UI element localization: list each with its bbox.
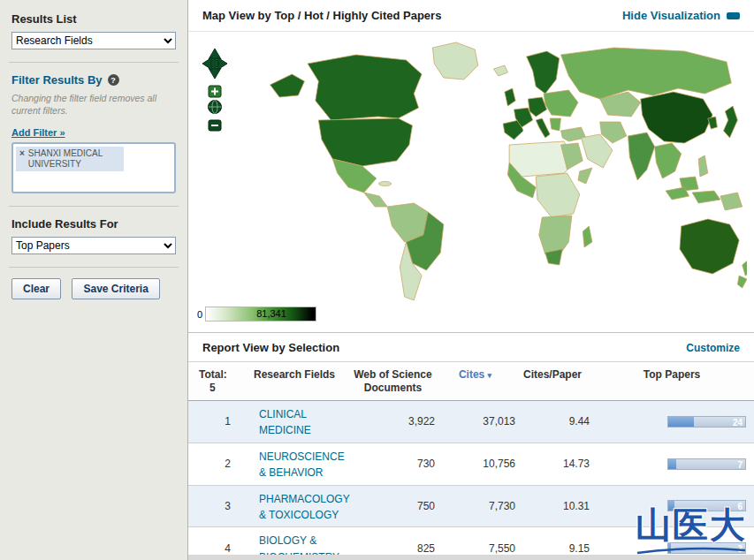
research-field-link[interactable]: CLINICAL MEDICINE bbox=[259, 408, 311, 436]
help-icon[interactable]: ? bbox=[108, 74, 119, 86]
map-view-header: Map View by Top / Hot / Highly Cited Pap… bbox=[188, 0, 754, 32]
research-fields-header: Research Fields bbox=[238, 368, 351, 382]
cites-cell: 7,550 bbox=[435, 542, 515, 555]
docs-cell: 730 bbox=[351, 458, 435, 470]
top-papers-cell: 3 bbox=[590, 542, 754, 554]
top-papers-bar: 7 bbox=[667, 458, 746, 470]
cites-header[interactable]: Cites ▾ bbox=[435, 368, 515, 382]
filter-results-by-label: Filter Results By bbox=[11, 73, 103, 87]
top-papers-header: Top Papers bbox=[590, 368, 754, 382]
cites-cell: 10,756 bbox=[435, 458, 515, 470]
wos-documents-header: Web of Science Documents bbox=[351, 368, 435, 395]
rank-cell: 1 bbox=[188, 415, 243, 428]
collapse-icon bbox=[727, 12, 740, 19]
pan-up-icon bbox=[209, 49, 221, 59]
docs-cell: 825 bbox=[351, 542, 435, 555]
results-list-label: Results List bbox=[11, 12, 176, 26]
remove-filter-icon[interactable]: × bbox=[19, 148, 25, 170]
sidebar-divider bbox=[9, 267, 179, 268]
table-body: 1CLINICAL MEDICINE3,92237,0139.44242NEUR… bbox=[188, 401, 754, 560]
top-papers-value: 24 bbox=[733, 417, 743, 428]
globe-button bbox=[209, 101, 222, 114]
table-row: 1CLINICAL MEDICINE3,92237,0139.4424 bbox=[188, 401, 754, 443]
map-pan-zoom-controls[interactable] bbox=[201, 48, 229, 136]
legend-max-label: 81,341 bbox=[256, 308, 286, 319]
cites-per-paper-cell: 10.31 bbox=[515, 500, 590, 512]
filter-list-box: × SHANXI MEDICAL UNIVERSITY bbox=[11, 142, 176, 193]
map-area: 0 81,341 bbox=[188, 32, 754, 332]
top-papers-bar: 3 bbox=[667, 542, 746, 554]
asia[interactable] bbox=[561, 48, 743, 210]
filter-item-label: SHANXI MEDICAL UNIVERSITY bbox=[28, 148, 120, 170]
bottom-strip bbox=[188, 555, 754, 560]
table-header-row: Total: 5 Research Fields Web of Science … bbox=[188, 361, 754, 401]
include-results-select[interactable]: Top Papers bbox=[11, 237, 176, 254]
top-papers-value: 3 bbox=[737, 543, 743, 555]
top-papers-bar: 6 bbox=[667, 500, 746, 511]
cites-per-paper-header: Cites/Paper bbox=[515, 368, 590, 382]
report-view-title: Report View by Selection bbox=[202, 341, 339, 354]
rank-cell: 3 bbox=[188, 500, 243, 512]
cites-per-paper-cell: 9.15 bbox=[515, 542, 590, 555]
docs-cell: 3,922 bbox=[351, 415, 435, 428]
filter-item[interactable]: × SHANXI MEDICAL UNIVERSITY bbox=[16, 147, 124, 171]
legend-gradient-bar: 81,341 bbox=[205, 306, 316, 322]
hide-visualization-link[interactable]: Hide Visualization bbox=[622, 9, 740, 22]
report-view-header: Report View by Selection Customize bbox=[188, 332, 754, 361]
pan-down-icon bbox=[209, 68, 221, 79]
clear-button[interactable]: Clear bbox=[11, 278, 61, 299]
top-papers-cell: 24 bbox=[590, 416, 754, 428]
app-window: Results List Research Fields Filter Resu… bbox=[0, 0, 754, 560]
map-view-title: Map View by Top / Hot / Highly Cited Pap… bbox=[202, 9, 441, 22]
zoom-out-button bbox=[209, 120, 221, 131]
world-choropleth-map[interactable] bbox=[247, 39, 747, 304]
legend-min-label: 0 bbox=[197, 309, 202, 320]
rank-cell: 4 bbox=[188, 542, 243, 555]
field-cell: PHARMACOLOGY & TOXICOLOGY bbox=[243, 490, 351, 523]
table-row: 2NEUROSCIENCE & BEHAVIOR73010,75614.737 bbox=[188, 443, 754, 486]
top-papers-value: 7 bbox=[737, 459, 743, 471]
sidebar: Results List Research Fields Filter Resu… bbox=[0, 0, 188, 560]
docs-cell: 750 bbox=[351, 500, 435, 512]
south-america[interactable] bbox=[387, 203, 444, 300]
top-papers-value: 6 bbox=[737, 501, 743, 512]
cites-per-paper-cell: 14.73 bbox=[515, 458, 590, 470]
cites-per-paper-cell: 9.44 bbox=[515, 415, 590, 428]
field-cell: CLINICAL MEDICINE bbox=[243, 405, 351, 438]
include-results-label: Include Results For bbox=[11, 217, 176, 231]
pan-control bbox=[202, 49, 227, 79]
top-papers-cell: 6 bbox=[590, 500, 754, 511]
table-row: 3PHARMACOLOGY & TOXICOLOGY7507,73010.316 bbox=[188, 486, 754, 528]
sidebar-divider bbox=[9, 62, 179, 63]
research-field-link[interactable]: NEUROSCIENCE & BEHAVIOR bbox=[259, 450, 345, 479]
total-header: Total: 5 bbox=[188, 368, 238, 395]
oceania[interactable] bbox=[680, 219, 747, 288]
cites-cell: 7,730 bbox=[435, 500, 515, 512]
main-content: Map View by Top / Hot / Highly Cited Pap… bbox=[188, 0, 754, 560]
zoom-in-button bbox=[209, 86, 221, 97]
filter-note: Changing the filter field removes all cu… bbox=[11, 92, 176, 117]
africa[interactable] bbox=[507, 141, 592, 265]
top-papers-bar: 24 bbox=[667, 416, 746, 428]
research-field-link[interactable]: PHARMACOLOGY & TOXICOLOGY bbox=[259, 493, 349, 521]
map-legend: 0 81,341 bbox=[197, 306, 316, 322]
north-america[interactable] bbox=[270, 42, 478, 207]
cites-cell: 37,013 bbox=[435, 415, 515, 428]
customize-link[interactable]: Customize bbox=[686, 342, 740, 354]
sidebar-divider bbox=[9, 206, 179, 207]
top-papers-cell: 7 bbox=[590, 458, 754, 470]
rank-cell: 2 bbox=[188, 458, 243, 470]
add-filter-link[interactable]: Add Filter » bbox=[11, 127, 65, 138]
sort-descending-icon: ▾ bbox=[488, 371, 492, 380]
save-criteria-button[interactable]: Save Criteria bbox=[72, 278, 159, 299]
field-cell: NEUROSCIENCE & BEHAVIOR bbox=[243, 448, 351, 481]
results-list-select[interactable]: Research Fields bbox=[11, 32, 176, 49]
